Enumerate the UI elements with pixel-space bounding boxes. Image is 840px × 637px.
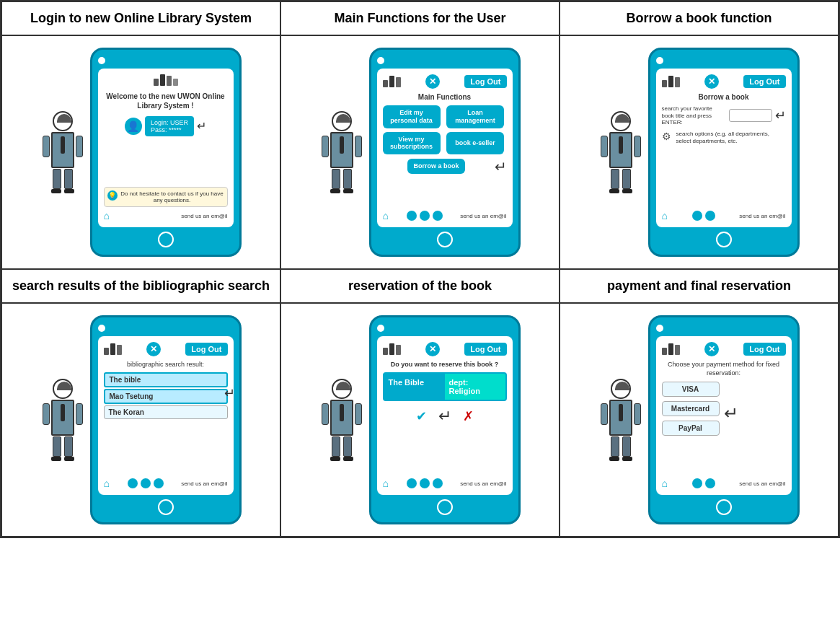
search-box[interactable] [729, 109, 772, 122]
btn-borrow-book-main[interactable]: Borrow a book [407, 159, 465, 174]
person-arm-left-borrow [601, 136, 608, 157]
person-arm-left-reservation [322, 403, 329, 425]
login-footer: ⌂ send us an em@il [104, 207, 228, 221]
search-email[interactable]: send us an em@il [181, 480, 227, 487]
login-credentials: Login: USER Pass: ***** [151, 119, 188, 133]
logout-btn-main[interactable]: Log Out [464, 75, 506, 88]
person-arm-right-borrow [634, 136, 641, 157]
dot3-reservation[interactable] [433, 478, 443, 488]
home-icon-main[interactable]: ⌂ [383, 210, 389, 221]
dot1-search[interactable] [128, 478, 138, 488]
tablet-home-button-reservation[interactable] [437, 499, 453, 515]
cell-reservation-content: ✕ Log Out Do you want to reserve this bo… [281, 304, 559, 536]
btn-mastercard[interactable]: Mastercard [662, 401, 720, 416]
result-item-0[interactable]: The bible [104, 372, 228, 387]
cell-payment-content: ✕ Log Out Choose your payment method for… [560, 304, 838, 536]
payment-email[interactable]: send us an em@il [739, 480, 785, 487]
person-leg-right [64, 169, 73, 189]
person-borrow [599, 111, 642, 193]
dot2-payment[interactable] [705, 478, 715, 488]
person-arms-reservation [322, 403, 362, 425]
tablet-camera [98, 57, 105, 64]
person-legs-main [332, 169, 352, 189]
home-icon-borrow[interactable]: ⌂ [662, 210, 668, 221]
tablet-home-button-search[interactable] [158, 499, 174, 515]
login-input[interactable]: Login: USER Pass: ***** [145, 116, 194, 136]
tablet-home-button-main[interactable] [437, 232, 453, 247]
home-icon-payment[interactable]: ⌂ [662, 478, 668, 489]
tablet-home-button-login[interactable] [158, 232, 174, 247]
cell-main-content: ✕ Log Out Main Functions Edit my persona… [281, 36, 559, 268]
logout-btn-borrow[interactable]: Log Out [743, 75, 785, 88]
confirm-icon[interactable]: ✔ [416, 408, 427, 424]
tablet-header-borrow: ✕ Log Out [662, 74, 786, 89]
btn-book-eseller[interactable]: book e-seller [446, 132, 504, 155]
btn-view-subscriptions[interactable]: View my subscriptions [383, 132, 441, 155]
person-legs [53, 169, 73, 189]
login-email[interactable]: send us an em@il [181, 213, 227, 219]
person-leg-left-payment [611, 436, 619, 457]
tablet-bottom-search [158, 499, 174, 515]
dot2-borrow[interactable] [705, 211, 715, 221]
payment-buttons: VISA Mastercard PayPal [662, 382, 720, 438]
cell-reservation-title: reservation of the book [281, 270, 559, 304]
dot2-search[interactable] [141, 478, 151, 488]
home-icon-search[interactable]: ⌂ [104, 478, 110, 489]
dot1-payment[interactable] [692, 478, 702, 488]
btn-visa[interactable]: VISA [662, 382, 720, 397]
dot1-reservation[interactable] [407, 478, 417, 488]
tablet-main: ✕ Log Out Main Functions Edit my persona… [369, 48, 521, 257]
person-foot-left-search [51, 457, 61, 461]
person-leg-left [53, 169, 61, 189]
dot1-borrow[interactable] [692, 211, 702, 221]
btn-paypal[interactable]: PayPal [662, 421, 720, 436]
borrow-email[interactable]: send us an em@il [739, 213, 785, 219]
tablet-search: ✕ Log Out bibliographic search result: T… [90, 315, 242, 524]
person-head-payment [611, 379, 631, 399]
person-arm-left-main [322, 136, 329, 157]
books-icon-search [104, 343, 122, 355]
cell-reservation: reservation of the book [280, 269, 560, 537]
close-btn-payment[interactable]: ✕ [704, 342, 719, 356]
tablet-camera-reservation [377, 325, 384, 332]
dot3-main[interactable] [433, 211, 443, 221]
btn-loan-management[interactable]: Loan management [446, 105, 504, 128]
cancel-icon[interactable]: ✗ [463, 408, 474, 424]
close-btn-search[interactable]: ✕ [146, 342, 161, 356]
close-btn-borrow[interactable]: ✕ [704, 74, 719, 89]
dot2-main[interactable] [420, 211, 430, 221]
result-item-2[interactable]: The Koran [104, 405, 228, 419]
reservation-email[interactable]: send us an em@il [460, 480, 506, 487]
search-label: search your favorite book title and pres… [662, 105, 726, 126]
cell-borrow: Borrow a book function [560, 1, 839, 269]
borrow-footer: ⌂ send us an em@il [662, 207, 786, 221]
result-item-1[interactable]: Mao Tsetung [104, 389, 228, 404]
main-email[interactable]: send us an em@il [460, 213, 506, 219]
close-btn-reservation[interactable]: ✕ [425, 342, 440, 356]
hint-text: Do not hesitate to contact us if you hav… [120, 190, 224, 203]
main-footer: ⌂ send us an em@il [383, 207, 507, 221]
person-foot-right-borrow [622, 189, 632, 193]
tablet-home-button-payment[interactable] [716, 499, 732, 515]
cell-main-functions: Main Functions for the User [280, 1, 560, 269]
books-icon-main [383, 76, 401, 87]
close-btn-main[interactable]: ✕ [425, 74, 440, 89]
home-icon-reservation[interactable]: ⌂ [383, 478, 389, 489]
cursor-borrow: ↵ [495, 159, 507, 174]
reservation-footer: ⌂ send us an em@il [383, 475, 507, 489]
tablet-home-button-borrow[interactable] [716, 232, 732, 247]
tablet-camera-borrow [656, 57, 663, 64]
dot3-search[interactable] [154, 478, 164, 488]
person-legs-search [53, 436, 73, 457]
logout-btn-payment[interactable]: Log Out [743, 343, 785, 356]
btn-edit-personal[interactable]: Edit my personal data [383, 105, 441, 128]
dot1-main[interactable] [407, 211, 417, 221]
home-icon-login[interactable]: ⌂ [104, 210, 110, 221]
person-search [41, 379, 84, 461]
logout-btn-search[interactable]: Log Out [185, 343, 227, 356]
person-foot-right-search [64, 457, 74, 461]
dot2-reservation[interactable] [420, 478, 430, 488]
person-foot-left-borrow [609, 189, 619, 193]
reservation-actions: ✔ ↵ ✗ [416, 407, 474, 426]
logout-btn-reservation[interactable]: Log Out [464, 343, 506, 356]
